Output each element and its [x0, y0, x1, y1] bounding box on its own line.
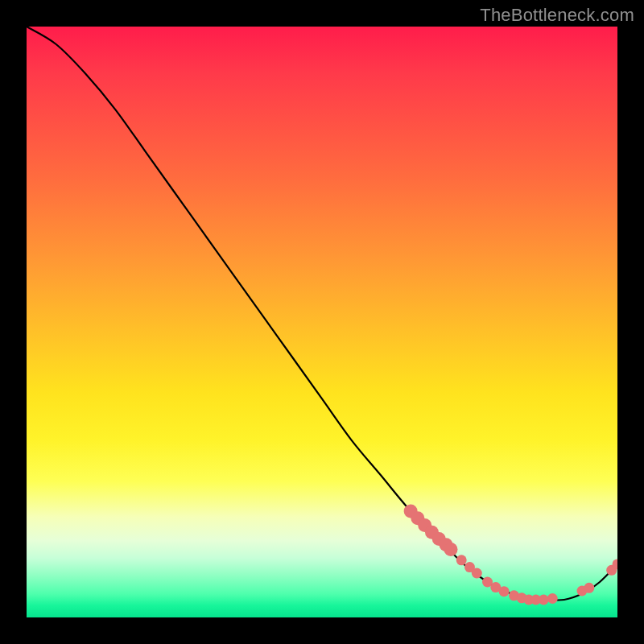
data-point	[584, 583, 594, 593]
curve-layer	[27, 27, 617, 617]
data-point	[444, 543, 458, 556]
data-point	[472, 568, 482, 579]
data-point	[456, 555, 467, 565]
bottleneck-curve	[27, 27, 617, 601]
data-point	[547, 593, 558, 604]
attribution-text: TheBottleneck.com	[480, 5, 634, 26]
plot-area	[27, 27, 617, 617]
chart-stage: TheBottleneck.com	[0, 0, 644, 644]
data-point	[539, 595, 549, 605]
data-point	[499, 586, 510, 597]
data-points-group	[404, 504, 617, 605]
